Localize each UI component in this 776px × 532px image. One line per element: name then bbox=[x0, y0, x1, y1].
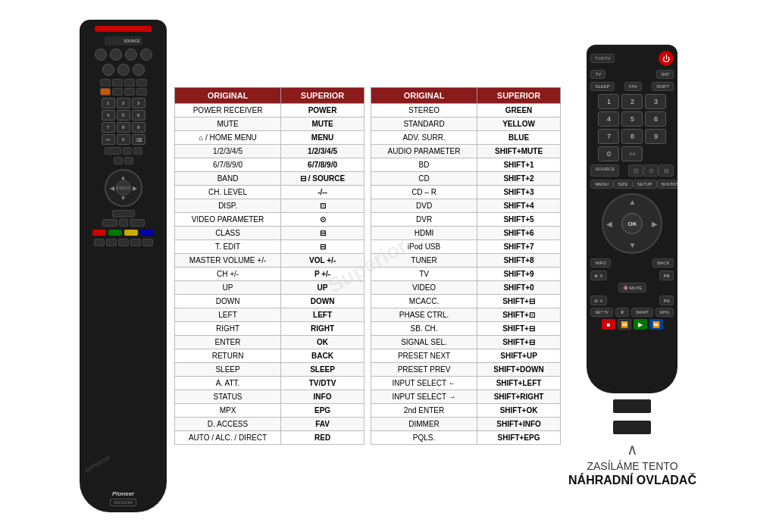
rr-arrow-down[interactable]: ▼ bbox=[629, 241, 637, 249]
superior-cell: -/-- bbox=[281, 186, 365, 199]
fav-btn[interactable]: FAV bbox=[624, 82, 642, 91]
video-btn[interactable] bbox=[133, 64, 145, 76]
num-0[interactable]: 0 bbox=[117, 134, 130, 145]
tv-ctrl[interactable] bbox=[105, 147, 121, 155]
rr-epg-btn[interactable]: EPG bbox=[656, 308, 674, 317]
rr-source-btn[interactable]: SOURCE bbox=[590, 164, 619, 177]
table-row: DVDSHIFT+4 bbox=[371, 199, 561, 213]
rr-play-btn[interactable]: ▶ bbox=[634, 319, 647, 330]
rr-mute-btn[interactable]: 🔇 MUTE bbox=[618, 283, 647, 293]
rr-back-btn[interactable]: BACK bbox=[652, 258, 674, 268]
rr-setup-btn[interactable]: SETUP bbox=[633, 180, 657, 189]
rr-burbst-btn[interactable]: BUR.BST bbox=[657, 180, 678, 189]
vol-plus[interactable] bbox=[123, 147, 132, 155]
num-1[interactable]: 1 bbox=[102, 98, 115, 108]
rr-stop-btn[interactable]: ■ bbox=[602, 319, 615, 330]
rr-arrow-right[interactable]: ▶ bbox=[652, 220, 658, 228]
status-btn[interactable] bbox=[130, 219, 145, 227]
num-clear[interactable]: ⌫ bbox=[132, 134, 146, 145]
return-btn[interactable] bbox=[112, 210, 135, 217]
rr-net-btn[interactable]: NET TV bbox=[590, 308, 613, 317]
rr-menu-btn[interactable]: MENU bbox=[590, 180, 613, 189]
sleep-btn[interactable] bbox=[136, 79, 147, 86]
tv-btn[interactable]: TV bbox=[590, 70, 605, 79]
dvd-btn[interactable] bbox=[95, 49, 107, 61]
pause-btn[interactable] bbox=[118, 239, 129, 246]
tv-btn[interactable] bbox=[102, 64, 114, 76]
rr-num-5[interactable]: 5 bbox=[621, 111, 643, 127]
rr-rew-btn[interactable]: ⏪ bbox=[618, 319, 631, 330]
num-9[interactable]: 9 bbox=[132, 122, 146, 133]
prev-btn[interactable] bbox=[94, 239, 105, 246]
test-btn[interactable] bbox=[112, 88, 123, 95]
cd-btn[interactable] bbox=[117, 64, 130, 76]
rr-num-2[interactable]: 2 bbox=[621, 94, 643, 109]
rr-pause-btn[interactable]: ⏸ bbox=[615, 308, 629, 317]
num-2[interactable]: 2 bbox=[117, 98, 130, 108]
blue-btn[interactable] bbox=[140, 230, 154, 236]
rr-info-btn[interactable]: INFO bbox=[590, 258, 610, 268]
rr-ff-btn[interactable]: ⏩ bbox=[649, 319, 663, 330]
rr-icon2[interactable]: ⊙ bbox=[643, 164, 659, 177]
rr-vol-down[interactable]: ⊖V bbox=[590, 296, 606, 305]
original-cell: STANDARD bbox=[371, 117, 477, 131]
stop-btn[interactable] bbox=[130, 239, 141, 246]
rr-num-6[interactable]: 6 bbox=[645, 111, 666, 127]
num-plus-minus[interactable]: +/- bbox=[102, 134, 115, 145]
rr-num-8[interactable]: 8 bbox=[621, 129, 643, 144]
tvdtv-btn[interactable]: TV/DTV bbox=[590, 54, 614, 63]
mute-small[interactable] bbox=[133, 147, 142, 155]
rr-num-dash[interactable]: -/-/- bbox=[621, 146, 643, 161]
signal-btn[interactable] bbox=[112, 79, 123, 86]
yellow-btn[interactable] bbox=[124, 230, 138, 236]
num-5[interactable]: 5 bbox=[117, 110, 130, 120]
original-cell: MCACC. bbox=[371, 295, 477, 308]
rr-arrow-left[interactable]: ◀ bbox=[606, 220, 612, 228]
num-3[interactable]: 3 bbox=[132, 98, 146, 108]
superior-cell: SHIFT+MUTE bbox=[477, 145, 561, 158]
rr-vol-up-left[interactable]: ⊕V bbox=[590, 271, 606, 280]
play-btn[interactable] bbox=[106, 239, 117, 246]
rr-p-down[interactable]: P⊖ bbox=[659, 296, 674, 305]
sleep-btn[interactable]: SLEEP bbox=[590, 82, 614, 91]
mcacc-btn[interactable] bbox=[124, 79, 135, 86]
dvr-btn[interactable] bbox=[125, 49, 137, 61]
table-row: 2nd ENTERSHIFT+OK bbox=[371, 404, 561, 418]
enter-btn[interactable]: ENTER bbox=[116, 180, 131, 196]
red-btn[interactable] bbox=[92, 230, 106, 236]
rr-ok-btn[interactable]: OK bbox=[621, 213, 643, 234]
select-btn[interactable] bbox=[100, 88, 111, 95]
adj-btn[interactable] bbox=[124, 88, 135, 95]
rr-p-up[interactable]: P⊕ bbox=[659, 271, 674, 280]
rr-smart-btn[interactable]: SMART bbox=[631, 308, 653, 317]
rr-arrow-up[interactable]: ▲ bbox=[629, 198, 637, 206]
dimmer-btn[interactable] bbox=[136, 88, 147, 95]
rr-size-btn[interactable]: SIZE bbox=[613, 180, 632, 189]
num-7[interactable]: 7 bbox=[102, 122, 115, 133]
green-btn[interactable] bbox=[108, 230, 122, 236]
table-row: LEFTLEFT bbox=[175, 308, 365, 322]
rr-num-4[interactable]: 4 bbox=[598, 111, 619, 127]
rr-num-3[interactable]: 3 bbox=[645, 94, 666, 109]
rr-icon1[interactable]: ⊡ bbox=[628, 164, 643, 177]
input-btn[interactable] bbox=[100, 79, 111, 86]
rr-num-7[interactable]: 7 bbox=[598, 129, 619, 144]
rr-num-1[interactable]: 1 bbox=[598, 94, 619, 109]
time-btn[interactable] bbox=[102, 219, 117, 227]
rr-num-9[interactable]: 9 bbox=[645, 129, 666, 144]
sat-btn[interactable]: SAT bbox=[656, 70, 674, 79]
vol-minus[interactable] bbox=[124, 157, 133, 164]
power-btn[interactable]: ⏻ bbox=[659, 51, 674, 66]
next-btn[interactable] bbox=[142, 239, 153, 246]
disp-btn[interactable] bbox=[119, 219, 128, 227]
hdmi-btn[interactable] bbox=[140, 49, 152, 61]
num-6[interactable]: 6 bbox=[132, 110, 146, 120]
rr-icon3[interactable]: ⊟ bbox=[659, 164, 674, 177]
table-row: PRESET NEXTSHIFT+UP bbox=[371, 349, 561, 363]
original-cell: 2nd ENTER bbox=[371, 404, 477, 418]
num-4[interactable]: 4 bbox=[102, 110, 115, 120]
shift-btn[interactable]: SHIFT bbox=[652, 82, 674, 91]
rr-num-0[interactable]: 0 bbox=[598, 146, 619, 161]
num-8[interactable]: 8 bbox=[117, 122, 130, 133]
bd-btn[interactable] bbox=[110, 49, 122, 61]
